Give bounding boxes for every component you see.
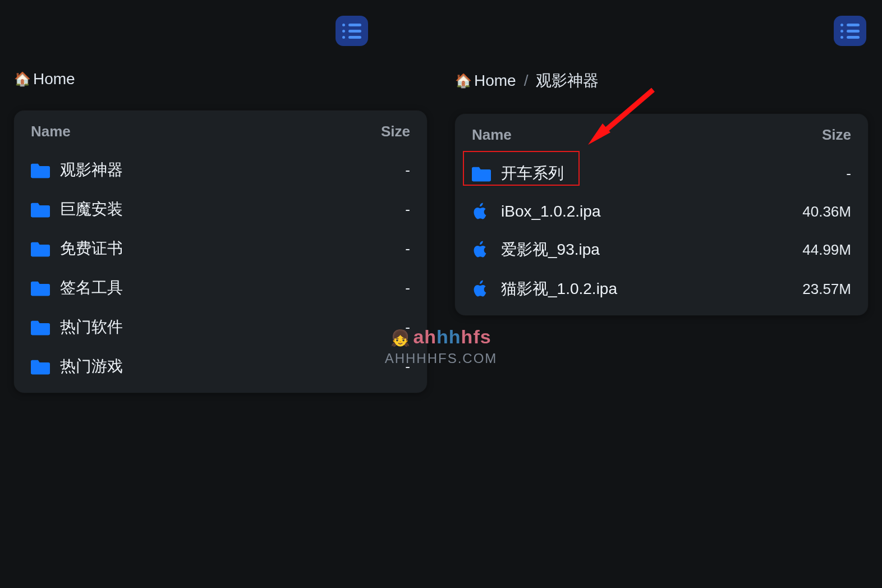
table-header: Name Size [26,123,415,150]
breadcrumb-label: Home [33,70,75,88]
file-size: 40.36M [802,203,851,220]
folder-icon [31,279,56,296]
list-item[interactable]: 免费证书 - [26,229,415,268]
file-name: 热门游戏 [56,356,405,377]
breadcrumb-separator: / [524,72,529,90]
table-header: Name Size [467,126,856,154]
folder-icon [472,165,497,182]
col-size: Size [822,126,851,144]
file-size: - [405,358,410,375]
svg-rect-3 [31,286,50,296]
svg-rect-0 [31,168,50,178]
file-name: iBox_1.0.2.ipa [497,203,802,220]
list-item[interactable]: 猫影视_1.0.2.ipa 23.57M [467,269,856,309]
breadcrumb: 🏠Home / 观影神器 [455,70,868,91]
list-item[interactable]: iBox_1.0.2.ipa 40.36M [467,193,856,230]
list-item[interactable]: 巨魔安装 - [26,190,415,229]
file-size: - [405,201,410,218]
list-item[interactable]: 热门游戏 - [26,347,415,386]
svg-rect-6 [472,171,491,181]
breadcrumb-home[interactable]: 🏠Home [455,72,516,90]
file-size: - [405,319,410,336]
apple-icon [472,279,497,298]
col-name: Name [472,126,512,144]
breadcrumb: 🏠Home [14,70,427,88]
folder-icon [31,162,56,178]
file-size: - [405,162,410,179]
folder-icon [31,240,56,257]
file-name: 猫影视_1.0.2.ipa [497,278,802,300]
right-pane: 🏠Home / 观影神器 Name Size 开车系列 - iBox_1.0.2… [441,0,882,588]
file-name: 观影神器 [56,159,405,181]
breadcrumb-current[interactable]: 观影神器 [536,70,599,91]
svg-rect-2 [31,246,50,256]
list-item[interactable]: 签名工具 - [26,268,415,307]
apple-icon [472,240,497,259]
svg-rect-5 [31,364,50,374]
file-panel: Name Size 开车系列 - iBox_1.0.2.ipa 40.36M 爱… [455,114,868,315]
file-name: 热门软件 [56,316,405,338]
breadcrumb-home[interactable]: 🏠Home [14,70,75,88]
breadcrumb-label: Home [474,72,516,90]
file-name: 巨魔安装 [56,199,405,220]
apple-icon [472,202,497,221]
folder-icon [31,358,56,375]
file-size: - [846,165,851,182]
page-root: 🏠Home Name Size 观影神器 - 巨魔安装 - 免费证书 - [0,0,882,588]
breadcrumb-label: 观影神器 [536,70,599,91]
file-name: 开车系列 [497,163,846,184]
file-name: 爱影视_93.ipa [497,239,802,260]
file-panel: Name Size 观影神器 - 巨魔安装 - 免费证书 - 签名工具 [14,111,427,393]
list-item[interactable]: 开车系列 - [467,154,856,193]
file-size: 44.99M [802,241,851,259]
left-pane: 🏠Home Name Size 观影神器 - 巨魔安装 - 免费证书 - [0,0,441,588]
col-size: Size [381,123,410,140]
view-list-button[interactable] [336,16,368,46]
list-item[interactable]: 观影神器 - [26,150,415,190]
svg-rect-4 [31,325,50,335]
list-item[interactable]: 热门软件 - [26,307,415,347]
list-icon [840,24,860,39]
view-list-button[interactable] [834,16,866,46]
house-icon: 🏠 [14,71,31,87]
col-name: Name [31,123,71,140]
folder-icon [31,201,56,218]
file-name: 免费证书 [56,238,405,259]
file-name: 签名工具 [56,277,405,298]
file-size: - [405,240,410,258]
folder-icon [31,319,56,336]
file-size: - [405,279,410,297]
list-item[interactable]: 爱影视_93.ipa 44.99M [467,230,856,269]
house-icon: 🏠 [455,73,472,89]
file-size: 23.57M [802,281,851,298]
svg-rect-1 [31,207,50,217]
list-icon [342,24,361,39]
